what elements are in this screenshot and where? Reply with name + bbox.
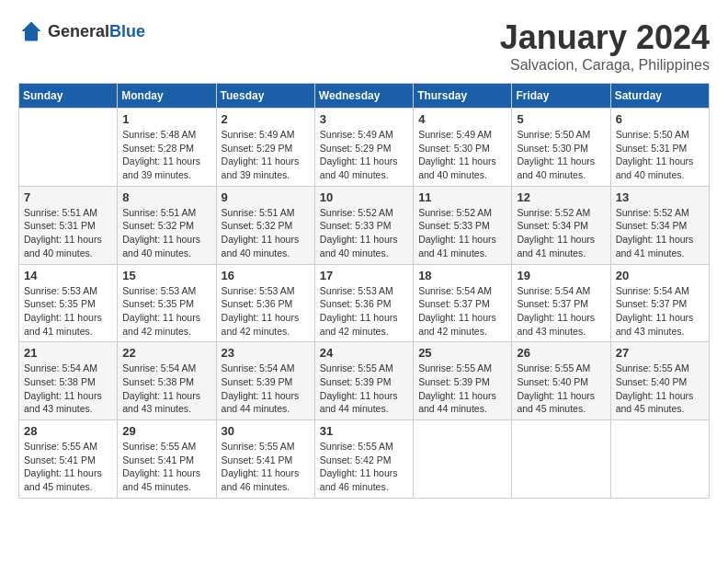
day-info: Sunrise: 5:52 AMSunset: 5:33 PMDaylight:… xyxy=(320,206,408,260)
day-number: 10 xyxy=(320,190,408,204)
calendar-day-cell: 19Sunrise: 5:54 AMSunset: 5:37 PMDayligh… xyxy=(512,264,610,342)
logo-general: General xyxy=(48,22,109,40)
logo-blue: Blue xyxy=(109,22,145,40)
weekday-header-tuesday: Tuesday xyxy=(216,84,314,109)
day-number: 19 xyxy=(517,269,605,282)
day-info: Sunrise: 5:50 AMSunset: 5:31 PMDaylight:… xyxy=(616,128,704,182)
day-number: 21 xyxy=(24,346,112,360)
day-number: 12 xyxy=(517,190,605,204)
weekday-header-monday: Monday xyxy=(118,84,216,109)
calendar-day-cell: 25Sunrise: 5:55 AMSunset: 5:39 PMDayligh… xyxy=(414,342,512,420)
day-number: 11 xyxy=(418,190,506,204)
calendar-day-cell: 17Sunrise: 5:53 AMSunset: 5:36 PMDayligh… xyxy=(314,264,413,342)
calendar-day-cell: 20Sunrise: 5:54 AMSunset: 5:37 PMDayligh… xyxy=(610,264,709,342)
day-number: 26 xyxy=(517,346,605,360)
day-info: Sunrise: 5:48 AMSunset: 5:28 PMDaylight:… xyxy=(122,128,210,182)
day-number: 2 xyxy=(222,112,310,126)
calendar-day-cell: 8Sunrise: 5:51 AMSunset: 5:32 PMDaylight… xyxy=(118,186,216,264)
logo-icon xyxy=(18,18,44,44)
day-info: Sunrise: 5:52 AMSunset: 5:34 PMDaylight:… xyxy=(517,206,605,260)
day-info: Sunrise: 5:54 AMSunset: 5:39 PMDaylight:… xyxy=(222,362,310,416)
day-info: Sunrise: 5:52 AMSunset: 5:33 PMDaylight:… xyxy=(418,206,506,260)
day-info: Sunrise: 5:49 AMSunset: 5:30 PMDaylight:… xyxy=(418,128,506,182)
day-info: Sunrise: 5:55 AMSunset: 5:39 PMDaylight:… xyxy=(418,362,506,416)
weekday-header-friday: Friday xyxy=(512,84,610,109)
day-info: Sunrise: 5:55 AMSunset: 5:42 PMDaylight:… xyxy=(320,440,408,494)
weekday-header-thursday: Thursday xyxy=(414,84,512,109)
calendar-table: SundayMondayTuesdayWednesdayThursdayFrid… xyxy=(18,83,710,499)
day-info: Sunrise: 5:51 AMSunset: 5:32 PMDaylight:… xyxy=(222,206,310,260)
calendar-day-cell: 12Sunrise: 5:52 AMSunset: 5:34 PMDayligh… xyxy=(512,186,610,264)
calendar-week-row: 7Sunrise: 5:51 AMSunset: 5:31 PMDaylight… xyxy=(19,186,710,264)
calendar-day-cell: 28Sunrise: 5:55 AMSunset: 5:41 PMDayligh… xyxy=(19,420,118,499)
day-info: Sunrise: 5:54 AMSunset: 5:37 PMDaylight:… xyxy=(616,284,704,339)
calendar-day-cell: 13Sunrise: 5:52 AMSunset: 5:34 PMDayligh… xyxy=(610,186,709,264)
calendar-day-cell: 6Sunrise: 5:50 AMSunset: 5:31 PMDaylight… xyxy=(610,109,709,187)
day-number: 23 xyxy=(222,346,310,360)
calendar-day-cell: 16Sunrise: 5:53 AMSunset: 5:36 PMDayligh… xyxy=(216,264,314,342)
calendar-day-cell: 26Sunrise: 5:55 AMSunset: 5:40 PMDayligh… xyxy=(512,342,610,420)
calendar-day-cell: 15Sunrise: 5:53 AMSunset: 5:35 PMDayligh… xyxy=(118,264,216,342)
day-number: 16 xyxy=(222,269,310,282)
month-title: January 2024 xyxy=(500,18,710,57)
location-title: Salvacion, Caraga, Philippines xyxy=(500,57,710,74)
day-info: Sunrise: 5:53 AMSunset: 5:36 PMDaylight:… xyxy=(222,284,310,339)
calendar-day-cell: 11Sunrise: 5:52 AMSunset: 5:33 PMDayligh… xyxy=(414,186,512,264)
calendar-day-cell: 21Sunrise: 5:54 AMSunset: 5:38 PMDayligh… xyxy=(19,342,118,420)
day-number: 24 xyxy=(320,346,408,360)
calendar-day-cell: 3Sunrise: 5:49 AMSunset: 5:29 PMDaylight… xyxy=(314,109,413,187)
svg-marker-0 xyxy=(22,22,41,41)
day-info: Sunrise: 5:49 AMSunset: 5:29 PMDaylight:… xyxy=(320,128,408,182)
calendar-day-cell: 30Sunrise: 5:55 AMSunset: 5:41 PMDayligh… xyxy=(216,420,314,499)
day-number: 15 xyxy=(122,269,210,282)
day-info: Sunrise: 5:55 AMSunset: 5:40 PMDaylight:… xyxy=(616,362,704,416)
day-info: Sunrise: 5:53 AMSunset: 5:36 PMDaylight:… xyxy=(320,284,408,339)
day-info: Sunrise: 5:50 AMSunset: 5:30 PMDaylight:… xyxy=(517,128,605,182)
calendar-day-cell: 31Sunrise: 5:55 AMSunset: 5:42 PMDayligh… xyxy=(314,420,413,499)
calendar-day-cell: 14Sunrise: 5:53 AMSunset: 5:35 PMDayligh… xyxy=(19,264,118,342)
calendar-day-cell: 1Sunrise: 5:48 AMSunset: 5:28 PMDaylight… xyxy=(118,109,216,187)
day-number: 17 xyxy=(320,269,408,282)
calendar-day-cell: 18Sunrise: 5:54 AMSunset: 5:37 PMDayligh… xyxy=(414,264,512,342)
empty-cell xyxy=(610,420,709,499)
calendar-day-cell: 23Sunrise: 5:54 AMSunset: 5:39 PMDayligh… xyxy=(216,342,314,420)
weekday-header-wednesday: Wednesday xyxy=(314,84,413,109)
day-info: Sunrise: 5:54 AMSunset: 5:38 PMDaylight:… xyxy=(122,362,210,416)
day-info: Sunrise: 5:52 AMSunset: 5:34 PMDaylight:… xyxy=(616,206,704,260)
logo: GeneralBlue xyxy=(18,18,145,44)
day-number: 9 xyxy=(222,190,310,204)
day-number: 20 xyxy=(616,269,704,282)
day-number: 8 xyxy=(122,190,210,204)
calendar-day-cell: 10Sunrise: 5:52 AMSunset: 5:33 PMDayligh… xyxy=(314,186,413,264)
day-number: 4 xyxy=(418,112,506,126)
day-info: Sunrise: 5:51 AMSunset: 5:32 PMDaylight:… xyxy=(122,206,210,260)
empty-cell xyxy=(19,109,118,187)
day-info: Sunrise: 5:54 AMSunset: 5:38 PMDaylight:… xyxy=(24,362,112,416)
calendar-week-row: 28Sunrise: 5:55 AMSunset: 5:41 PMDayligh… xyxy=(19,420,710,499)
day-number: 7 xyxy=(24,190,112,204)
day-number: 14 xyxy=(24,269,112,282)
weekday-header-sunday: Sunday xyxy=(19,84,118,109)
title-area: January 2024 Salvacion, Caraga, Philippi… xyxy=(500,18,710,74)
calendar-day-cell: 4Sunrise: 5:49 AMSunset: 5:30 PMDaylight… xyxy=(414,109,512,187)
day-info: Sunrise: 5:49 AMSunset: 5:29 PMDaylight:… xyxy=(222,128,310,182)
weekday-header-saturday: Saturday xyxy=(610,84,709,109)
header: GeneralBlue January 2024 Salvacion, Cara… xyxy=(18,18,710,74)
day-info: Sunrise: 5:53 AMSunset: 5:35 PMDaylight:… xyxy=(122,284,210,339)
day-info: Sunrise: 5:54 AMSunset: 5:37 PMDaylight:… xyxy=(418,284,506,339)
day-info: Sunrise: 5:55 AMSunset: 5:39 PMDaylight:… xyxy=(320,362,408,416)
day-number: 25 xyxy=(418,346,506,360)
day-number: 31 xyxy=(320,424,408,438)
weekday-header-row: SundayMondayTuesdayWednesdayThursdayFrid… xyxy=(19,84,710,109)
day-info: Sunrise: 5:55 AMSunset: 5:41 PMDaylight:… xyxy=(24,440,112,494)
calendar-day-cell: 2Sunrise: 5:49 AMSunset: 5:29 PMDaylight… xyxy=(216,109,314,187)
day-info: Sunrise: 5:55 AMSunset: 5:41 PMDaylight:… xyxy=(122,440,210,494)
day-number: 5 xyxy=(517,112,605,126)
day-number: 30 xyxy=(222,424,310,438)
day-number: 22 xyxy=(122,346,210,360)
day-number: 27 xyxy=(616,346,704,360)
day-number: 18 xyxy=(418,269,506,282)
calendar-day-cell: 27Sunrise: 5:55 AMSunset: 5:40 PMDayligh… xyxy=(610,342,709,420)
calendar-day-cell: 9Sunrise: 5:51 AMSunset: 5:32 PMDaylight… xyxy=(216,186,314,264)
empty-cell xyxy=(512,420,610,499)
